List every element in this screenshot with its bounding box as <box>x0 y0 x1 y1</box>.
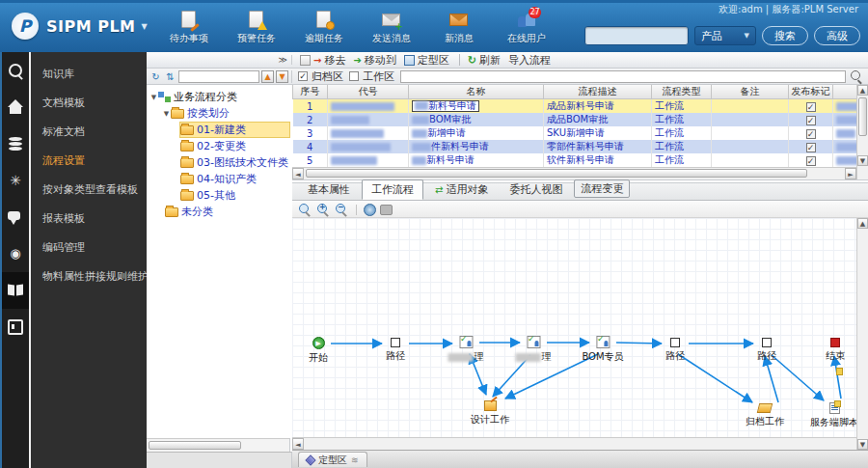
comment-icon[interactable] <box>380 205 393 215</box>
scroll-down-icon[interactable]: ▼ <box>857 155 868 166</box>
node-archive-work[interactable]: 归档工作 <box>746 403 784 428</box>
menu-item-knowledge-base[interactable]: 知识库 <box>31 60 147 89</box>
node-task-1[interactable]: 理 <box>448 336 484 364</box>
rail-idcard-module[interactable] <box>2 309 29 345</box>
nav-send-message[interactable]: + 发送消息 <box>366 11 417 45</box>
col-desc[interactable]: 流程描述 <box>544 85 652 99</box>
nav-online-users[interactable]: 27 在线用户 <box>502 11 552 45</box>
advanced-search-button[interactable]: 高级 <box>814 26 860 45</box>
scroll-up-icon[interactable]: ▲ <box>857 85 868 96</box>
chevron-down-icon[interactable]: ▼ <box>142 22 148 31</box>
nav-warning-tasks[interactable]: 预警任务 <box>231 11 282 45</box>
menu-item-report-templates[interactable]: 报表模板 <box>31 205 147 234</box>
tree-locate-down-button[interactable]: ▼ <box>276 70 288 83</box>
canvas-vertical-scrollbar[interactable]: ▲ ▼ <box>856 218 868 450</box>
tab-applicable-objects[interactable]: ⇄适用对象 <box>425 179 498 200</box>
menu-item-view-templates-by-type[interactable]: 按对象类型查看模板 <box>31 176 147 205</box>
nav-overdue-tasks[interactable]: 逾期任务 <box>299 11 349 45</box>
menu-item-code-management[interactable]: 编码管理 <box>31 234 147 262</box>
published-checkbox[interactable]: ✓ <box>806 129 816 139</box>
tree-item-05[interactable]: 05-其他 <box>147 187 290 204</box>
table-search-icon[interactable] <box>849 69 864 83</box>
refresh-button[interactable]: ↻ 刷新 <box>468 53 501 68</box>
rail-data-module[interactable] <box>2 125 29 162</box>
tab-basic-properties[interactable]: 基本属性 <box>298 179 360 200</box>
table-row[interactable]: 1 新料号申请 成品新料号申请 工作流 ✓ <box>293 99 868 114</box>
published-checkbox[interactable]: ✓ <box>806 156 816 166</box>
menu-item-process-settings[interactable]: 流程设置 <box>31 147 147 176</box>
rail-search-module[interactable] <box>2 52 29 89</box>
scroll-up-icon[interactable]: ▲ <box>857 218 868 229</box>
rail-library-module[interactable] <box>2 272 29 309</box>
menu-item-material-attr-rules[interactable]: 物料属性拼接规则维护 <box>31 262 147 291</box>
tree-item-03[interactable]: 03-图纸技术文件类 <box>147 154 290 171</box>
workspace-checkbox[interactable]: 工作区 <box>343 69 394 84</box>
zoom-in-icon[interactable]: + <box>316 203 331 216</box>
node-design-work[interactable]: 设计工作 <box>471 400 509 427</box>
published-checkbox[interactable]: ✓ <box>806 143 816 152</box>
scroll-down-icon[interactable]: ▼ <box>857 439 868 450</box>
search-button[interactable]: 搜索 <box>762 26 808 45</box>
canvas-horizontal-scrollbar[interactable]: ◄ <box>292 437 856 450</box>
tree-expand-icon[interactable]: ⇅ <box>164 70 176 83</box>
tree-search-input[interactable] <box>178 70 259 83</box>
tree-locate-up-button[interactable]: ▲ <box>261 70 274 83</box>
menu-item-standard-docs[interactable]: 标准文档 <box>31 118 147 147</box>
tree-group[interactable]: ▼ 按类划分 <box>147 105 290 122</box>
tree-item-04[interactable]: 04-知识产类 <box>147 171 290 187</box>
move-to-button[interactable]: ➔ 移动到 <box>353 53 395 68</box>
published-checkbox[interactable]: ✓ <box>806 116 816 125</box>
nav-todo[interactable]: 待办事项 <box>164 11 214 45</box>
rail-broadcast-module[interactable]: ◉ <box>2 235 29 272</box>
process-icon[interactable] <box>364 204 376 216</box>
node-server-script[interactable]: 服务端脚本 <box>810 402 856 429</box>
finalize-zone-button[interactable]: 定型区 <box>404 53 449 68</box>
col-published[interactable]: 发布标记 <box>789 85 833 99</box>
zoom-out-icon[interactable]: − <box>335 203 349 216</box>
tab-options-icon[interactable]: ≋ <box>351 455 359 465</box>
table-row[interactable]: 3 新增申请 SKU新增申请 工作流 ✓ <box>293 126 868 140</box>
table-vertical-scrollbar[interactable]: ▲ ▼ <box>856 85 868 179</box>
search-input[interactable] <box>584 26 689 45</box>
col-code[interactable]: 代号 <box>328 85 409 99</box>
workflow-canvas[interactable]: ▶ 开始 路径 理 理 BOM专员 路径 <box>292 218 856 437</box>
tab-process-change[interactable]: 流程变更 <box>574 179 630 198</box>
table-row[interactable]: 5 新料号申请 软件新料号申请 工作流 ✓ <box>293 153 868 167</box>
menu-item-doc-templates[interactable]: 文档模板 <box>31 89 147 118</box>
node-bom-specialist[interactable]: BOM专员 <box>582 336 623 364</box>
app-logo[interactable]: P SIPM PLM ▼ <box>0 13 164 40</box>
tab-workflow[interactable]: 工作流程 <box>362 179 423 200</box>
node-path-3[interactable]: 路径 <box>757 338 776 363</box>
tree-item-01[interactable]: 01-新建类 <box>179 122 290 138</box>
tree-item-02[interactable]: 02-变更类 <box>147 138 290 154</box>
tab-delegate-view[interactable]: 委托人视图 <box>500 179 572 200</box>
node-path-1[interactable]: 路径 <box>386 338 405 363</box>
table-filter-input[interactable] <box>400 70 846 83</box>
archive-zone-checkbox[interactable]: ✓ 归档区 <box>292 69 343 84</box>
sticky-note-icon[interactable] <box>836 368 843 375</box>
table-row[interactable]: 2 BOM审批 成品BOM审批 工作流 ✓ <box>293 113 868 126</box>
tree-item-unclassified[interactable]: 未分类 <box>147 204 290 220</box>
rail-message-module[interactable] <box>2 199 29 235</box>
tree-horizontal-scrollbar[interactable] <box>147 438 290 452</box>
finalize-zone-tab[interactable]: 定型区 ≋ <box>298 452 367 467</box>
col-no[interactable]: 序号 <box>293 85 328 99</box>
table-horizontal-scrollbar[interactable]: ◄ ► <box>292 167 856 179</box>
zoom-fit-icon[interactable] <box>298 203 312 216</box>
remove-button[interactable]: → 移去 <box>300 53 345 68</box>
name-edit-cell[interactable]: 新料号申请 <box>412 100 479 112</box>
scroll-left-icon[interactable]: ◄ <box>292 168 304 179</box>
import-flow-button[interactable]: 导入流程 <box>508 53 551 68</box>
col-name[interactable]: 名称 <box>409 85 544 99</box>
col-remark[interactable]: 备注 <box>712 85 789 99</box>
col-type[interactable]: 流程类型 <box>652 85 712 99</box>
published-checkbox[interactable]: ✓ <box>806 102 816 112</box>
tree-refresh-icon[interactable]: ↻ <box>149 70 162 83</box>
node-task-2[interactable]: 理 <box>516 336 552 364</box>
node-path-2[interactable]: 路径 <box>665 338 685 363</box>
rail-process-module[interactable]: ✳ <box>2 162 29 199</box>
scroll-left-icon[interactable]: ◄ <box>292 438 304 450</box>
search-category-select[interactable]: 产品 ▼ <box>694 26 756 45</box>
scroll-right-icon[interactable]: ► <box>845 168 856 179</box>
node-start[interactable]: ▶ 开始 <box>309 337 328 365</box>
